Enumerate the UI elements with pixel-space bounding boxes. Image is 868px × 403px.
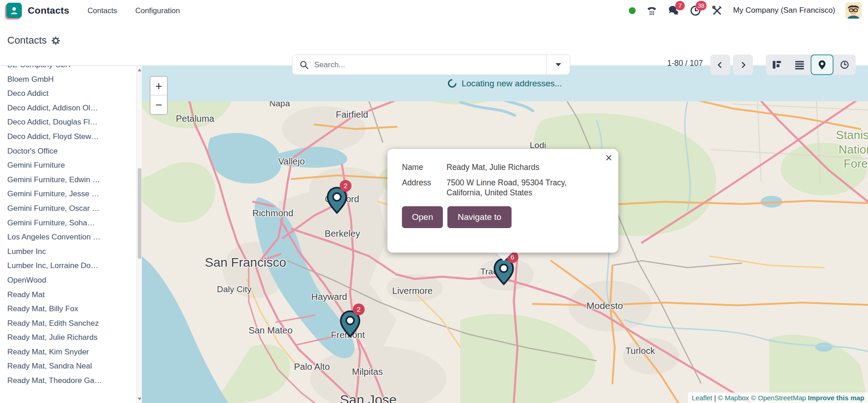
open-button[interactable]: Open xyxy=(402,206,443,228)
chevron-left-icon xyxy=(716,60,725,70)
marker-popup: × Name Ready Mat, Julie Richards Address… xyxy=(387,149,618,253)
banner-text: Locating new addresses... xyxy=(462,79,562,89)
contact-list-item[interactable]: Lumber Inc xyxy=(0,244,136,259)
menu-configuration[interactable]: Configuration xyxy=(135,6,180,15)
breadcrumb: Contacts xyxy=(7,35,47,46)
top-navbar: Contacts Contacts Configuration 7 xyxy=(0,0,868,21)
contact-list-item[interactable]: Gemini Furniture, Edwin … xyxy=(0,173,136,187)
view-switcher xyxy=(766,55,856,75)
contact-list: BE Company GbRBloem GmbHDeco AddictDeco … xyxy=(0,65,136,388)
contact-list-item[interactable]: Ready Mat, Sandra Neal xyxy=(0,359,136,373)
pager-range: 1-80 / 107 xyxy=(640,59,703,68)
map-view[interactable]: PetalumaNapaFairfieldVallejoRichmondConc… xyxy=(142,65,868,403)
contact-list-item[interactable]: Gemini Furniture, Soha… xyxy=(0,216,136,230)
tools-icon[interactable] xyxy=(711,5,723,16)
address-line-1: 7500 W Linne Road, 95304 Tracy, xyxy=(447,178,605,188)
activities-clock-icon[interactable]: 38 xyxy=(689,5,701,16)
map-zoom-control: + − xyxy=(150,76,168,115)
sidebar-scrollbar[interactable] xyxy=(136,66,142,403)
contacts-sidebar: BE Company GbRBloem GmbHDeco AddictDeco … xyxy=(0,65,142,403)
improve-map-link[interactable]: Improve this map xyxy=(808,394,864,402)
navigate-to-button[interactable]: Navigate to xyxy=(447,206,511,228)
attribution-separator: | xyxy=(712,394,718,402)
scrollbar-thumb[interactable] xyxy=(138,168,141,259)
activities-count-badge: 38 xyxy=(696,1,707,10)
discuss-unread-badge: 7 xyxy=(675,1,685,10)
mapbox-link[interactable]: © Mapbox xyxy=(718,394,749,402)
map-pin-icon xyxy=(818,60,826,70)
search-input[interactable] xyxy=(314,60,546,70)
scroll-down-arrow-icon[interactable] xyxy=(137,396,142,402)
control-panel: Contacts 1-80 / 107 xyxy=(0,21,868,65)
view-kanban-button[interactable] xyxy=(766,55,788,75)
contact-list-item[interactable]: Gemini Furniture, Jesse … xyxy=(0,187,136,201)
view-list-button[interactable] xyxy=(788,55,811,75)
popup-close-icon[interactable]: × xyxy=(605,151,612,164)
contact-list-item[interactable]: Bloem GmbH xyxy=(0,72,136,87)
view-map-button[interactable] xyxy=(811,55,833,75)
zoom-in-button[interactable]: + xyxy=(151,77,167,95)
contact-list-item[interactable]: Lumber Inc, Lorraine Do… xyxy=(0,259,136,273)
kanban-icon xyxy=(772,60,782,70)
search-icon xyxy=(300,60,309,70)
view-activity-button[interactable] xyxy=(833,55,856,75)
person-icon xyxy=(9,5,19,15)
contact-list-item[interactable]: BE Company GbR xyxy=(0,65,136,72)
contact-list-item[interactable]: Ready Mat xyxy=(0,288,136,302)
chevron-right-icon xyxy=(738,60,748,70)
marker-count-badge: 2 xyxy=(353,303,365,315)
app-title: Contacts xyxy=(28,5,69,16)
address-line-2: California, United States xyxy=(447,188,605,198)
map-marker-cluster[interactable]: 6 xyxy=(493,258,514,285)
map-marker-cluster[interactable]: 2 xyxy=(340,310,361,338)
menu-contacts[interactable]: Contacts xyxy=(87,6,117,15)
contact-list-item[interactable]: Ready Mat, Edith Sanchez xyxy=(0,316,136,331)
presence-status-dot xyxy=(629,7,636,14)
activity-clock-icon xyxy=(840,60,849,70)
contact-list-item[interactable]: Ready Mat, Kim Snyder xyxy=(0,345,136,359)
contact-list-item[interactable]: Deco Addict, Floyd Stew… xyxy=(0,129,136,144)
contact-list-item[interactable]: Doctor's Office xyxy=(0,144,136,159)
contact-list-item[interactable]: OpenWood xyxy=(0,273,136,288)
contact-list-item[interactable]: Deco Addict xyxy=(0,86,136,101)
chevron-down-icon xyxy=(556,63,561,66)
zoom-out-button[interactable]: − xyxy=(151,95,167,114)
search-bar xyxy=(292,55,570,75)
user-avatar[interactable] xyxy=(845,2,862,19)
contact-list-item[interactable]: Gemini Furniture, Oscar … xyxy=(0,201,136,216)
loading-spinner-icon xyxy=(446,77,458,90)
popup-name-value: Ready Mat, Julie Richards xyxy=(447,163,605,172)
map-attribution: Leaflet | © Mapbox © OpenStreetMap Impro… xyxy=(688,393,868,403)
company-switcher[interactable]: My Company (San Francisco) xyxy=(733,6,835,15)
contact-list-item[interactable]: Ready Mat, Billy Fox xyxy=(0,302,136,316)
popup-address-label: Address xyxy=(402,178,447,198)
contact-list-item[interactable]: Deco Addict, Addison Ol… xyxy=(0,101,136,115)
map-marker-cluster[interactable]: 2 xyxy=(326,187,347,214)
search-filters-toggle[interactable] xyxy=(546,55,570,75)
popup-address-value: 7500 W Linne Road, 95304 Tracy, Californ… xyxy=(447,178,605,198)
contact-list-item[interactable]: Ready Mat, Julie Richards xyxy=(0,330,136,345)
voip-phone-icon[interactable] xyxy=(646,5,657,16)
contact-list-item[interactable]: Gemini Furniture xyxy=(0,158,136,173)
contact-list-item[interactable]: Los Angeles Convention … xyxy=(0,230,136,244)
leaflet-link[interactable]: Leaflet xyxy=(692,394,712,402)
marker-count-badge: 2 xyxy=(340,180,351,192)
contact-list-item[interactable]: Ready Mat, Theodore Ga… xyxy=(0,373,136,388)
discuss-chat-icon[interactable]: 7 xyxy=(667,5,679,16)
popup-name-label: Name xyxy=(402,163,447,172)
contacts-app-icon[interactable] xyxy=(6,3,22,18)
scroll-up-arrow-icon[interactable] xyxy=(137,67,142,73)
list-icon xyxy=(795,60,804,70)
contact-list-item[interactable]: Deco Addict, Douglas Fl… xyxy=(0,115,136,129)
gear-icon[interactable] xyxy=(51,36,60,45)
osm-link[interactable]: © OpenStreetMap xyxy=(751,394,806,402)
pager-prev-button[interactable] xyxy=(710,55,730,75)
pager-next-button[interactable] xyxy=(733,55,753,75)
